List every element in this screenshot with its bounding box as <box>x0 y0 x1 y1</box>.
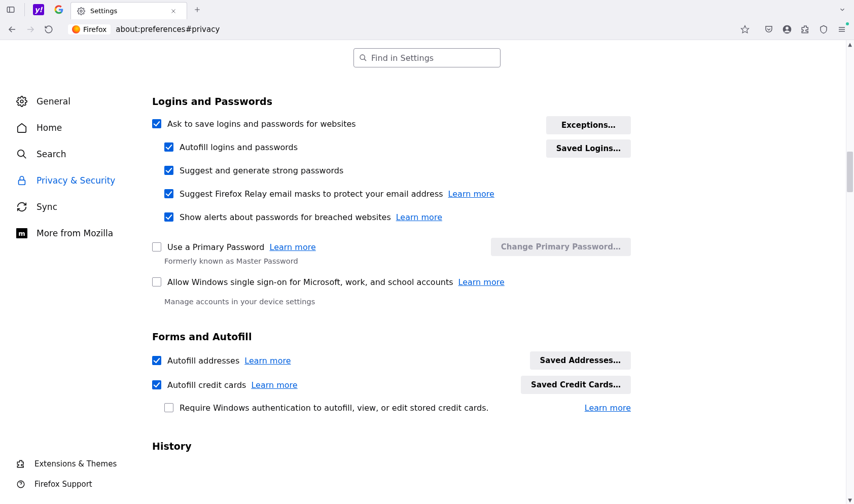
hint-primary-password: Formerly known as Master Password <box>164 257 631 265</box>
scrollbar[interactable]: ▲ ▼ <box>846 40 854 504</box>
checkbox-autofill-addresses[interactable] <box>152 356 161 365</box>
google-icon <box>54 5 63 14</box>
sidebar-item-search[interactable]: Search <box>16 149 132 160</box>
divider <box>24 3 25 16</box>
scroll-up-arrow[interactable]: ▲ <box>846 40 854 48</box>
sidebar-label: Firefox Support <box>34 480 92 489</box>
checkbox-ask-save[interactable] <box>152 119 161 128</box>
forward-button[interactable] <box>22 21 39 38</box>
lock-icon <box>16 175 27 186</box>
yahoo-icon: y! <box>33 4 44 15</box>
notification-dot-icon <box>846 22 849 25</box>
row-autofill-addresses: Autofill addresses Learn more <box>152 353 520 368</box>
checkbox-primary-password[interactable] <box>152 242 161 251</box>
sidebar-item-general[interactable]: General <box>16 96 132 107</box>
sidebar-label: More from Mozilla <box>37 228 113 238</box>
row-ask-save: Ask to save logins and passwords for web… <box>152 116 536 131</box>
reload-button[interactable] <box>41 21 57 38</box>
section-forms: Forms and Autofill Autofill addresses Le… <box>152 331 631 415</box>
section-logins: Logins and Passwords Ask to save logins … <box>152 96 631 306</box>
identity-box[interactable]: Firefox <box>68 24 111 34</box>
sidebar-label: Privacy & Security <box>37 175 115 186</box>
sidebar-toggle[interactable] <box>2 1 19 18</box>
firefox-icon <box>72 25 80 33</box>
sidebar-item-support[interactable]: Firefox Support <box>16 480 132 489</box>
sidebar-item-extensions[interactable]: Extensions & Themes <box>16 459 132 469</box>
change-primary-password-button[interactable]: Change Primary Password… <box>491 238 631 256</box>
settings-page: Find in Settings General Home Search Pri… <box>0 40 854 504</box>
sidebar-item-mozilla[interactable]: m More from Mozilla <box>16 228 132 239</box>
url-text: about:preferences#privacy <box>116 25 220 34</box>
sidebar-item-privacy[interactable]: Privacy & Security <box>16 175 132 186</box>
checkbox-suggest-strong[interactable] <box>164 166 173 175</box>
svg-point-18 <box>18 150 24 157</box>
close-tab-button[interactable] <box>166 4 181 18</box>
sync-icon <box>16 201 27 212</box>
search-input[interactable]: Find in Settings <box>353 48 501 67</box>
pinned-tab-yahoo[interactable]: y! <box>30 1 47 18</box>
scroll-down-arrow[interactable]: ▼ <box>846 496 854 504</box>
row-primary-password: Use a Primary Password Learn more <box>152 239 481 255</box>
saved-addresses-button[interactable]: Saved Addresses… <box>530 351 631 370</box>
exceptions-button[interactable]: Exceptions… <box>546 116 631 134</box>
section-title: Forms and Autofill <box>152 331 631 342</box>
sidebar-label: Home <box>37 123 62 133</box>
protection-button[interactable] <box>815 21 832 38</box>
toolbar: Firefox about:preferences#privacy <box>0 19 854 40</box>
section-history: History <box>152 441 631 452</box>
app-menu-button[interactable] <box>834 21 850 38</box>
pocket-button[interactable] <box>761 21 777 38</box>
link-sso-learn-more[interactable]: Learn more <box>458 277 505 287</box>
label-primary-password: Use a Primary Password <box>167 242 265 252</box>
scroll-thumb[interactable] <box>847 152 853 192</box>
gear-icon <box>77 7 85 15</box>
link-cards-learn-more[interactable]: Learn more <box>251 380 297 390</box>
sidebar-label: General <box>37 96 70 106</box>
svg-point-11 <box>786 27 789 30</box>
settings-content: Logins and Passwords Ask to save logins … <box>132 40 854 504</box>
checkbox-sso[interactable] <box>152 277 161 286</box>
back-button[interactable] <box>4 21 20 38</box>
tabs-dropdown-button[interactable] <box>839 6 852 13</box>
active-tab[interactable]: Settings <box>70 2 187 19</box>
identity-label: Firefox <box>83 25 106 33</box>
link-addresses-learn-more[interactable]: Learn more <box>244 356 291 366</box>
link-relay-learn-more[interactable]: Learn more <box>448 189 494 199</box>
sidebar-label: Search <box>37 149 66 159</box>
svg-line-19 <box>23 156 26 159</box>
hint-sso: Manage accounts in your device settings <box>164 298 631 306</box>
checkbox-breach[interactable] <box>164 212 173 222</box>
svg-rect-20 <box>19 180 25 185</box>
mozilla-icon: m <box>16 228 27 239</box>
row-sso: Allow Windows single sign-on for Microso… <box>152 274 631 290</box>
bookmark-button[interactable] <box>740 25 750 34</box>
checkbox-autofill-cards[interactable] <box>152 380 161 389</box>
sidebar-item-sync[interactable]: Sync <box>16 201 132 212</box>
svg-rect-0 <box>7 7 14 13</box>
settings-sidebar: General Home Search Privacy & Security S… <box>0 40 132 504</box>
checkbox-autofill-logins[interactable] <box>164 142 173 152</box>
link-primary-learn-more[interactable]: Learn more <box>270 242 316 252</box>
sidebar-item-home[interactable]: Home <box>16 122 132 133</box>
new-tab-button[interactable] <box>190 3 204 17</box>
label-autofill-cards: Autofill credit cards <box>167 380 246 390</box>
account-button[interactable] <box>779 21 795 38</box>
label-ask-save: Ask to save logins and passwords for web… <box>167 119 356 129</box>
row-require-auth: Require Windows authentication to autofi… <box>152 400 631 415</box>
svg-point-2 <box>80 10 82 12</box>
address-bar[interactable]: Firefox about:preferences#privacy <box>62 21 756 38</box>
pinned-tab-google[interactable] <box>50 1 67 18</box>
row-autofill-logins: Autofill logins and passwords <box>152 139 536 155</box>
section-title: History <box>152 441 631 452</box>
checkbox-relay[interactable] <box>164 189 173 198</box>
link-require-auth-learn-more[interactable]: Learn more <box>585 403 631 413</box>
checkbox-require-auth[interactable] <box>164 403 173 412</box>
saved-credit-cards-button[interactable]: Saved Credit Cards… <box>521 376 631 394</box>
svg-marker-9 <box>741 26 749 33</box>
link-breach-learn-more[interactable]: Learn more <box>396 212 442 222</box>
label-sso: Allow Windows single sign-on for Microso… <box>167 277 453 287</box>
label-require-auth: Require Windows authentication to autofi… <box>180 403 489 413</box>
extensions-button[interactable] <box>797 21 813 38</box>
saved-logins-button[interactable]: Saved Logins… <box>546 139 631 158</box>
sidebar-label: Sync <box>37 202 57 212</box>
